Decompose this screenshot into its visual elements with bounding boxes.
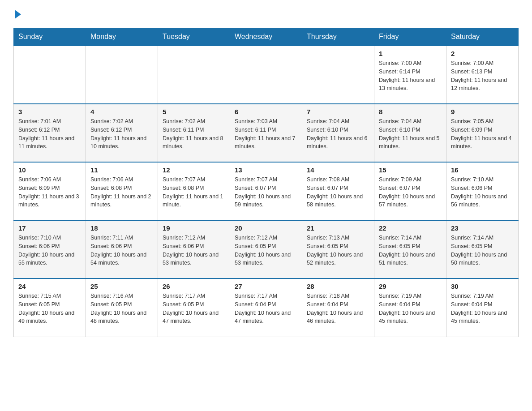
day-number: 12 xyxy=(163,166,225,174)
weekday-header-monday: Monday xyxy=(86,28,158,46)
calendar-week-1: 1Sunrise: 7:00 AMSunset: 6:14 PMDaylight… xyxy=(14,46,519,104)
day-number: 29 xyxy=(379,283,442,290)
calendar-cell xyxy=(302,46,374,104)
calendar-cell xyxy=(86,46,158,104)
calendar-cell: 16Sunrise: 7:10 AMSunset: 6:06 PMDayligh… xyxy=(446,162,519,220)
day-number: 1 xyxy=(379,50,442,57)
day-number: 3 xyxy=(18,108,81,116)
day-info: Sunrise: 7:12 AMSunset: 6:05 PMDaylight:… xyxy=(235,234,297,267)
calendar-cell: 2Sunrise: 7:00 AMSunset: 6:13 PMDaylight… xyxy=(446,46,519,104)
calendar-week-4: 17Sunrise: 7:10 AMSunset: 6:06 PMDayligh… xyxy=(14,220,519,278)
calendar-cell: 29Sunrise: 7:19 AMSunset: 6:04 PMDayligh… xyxy=(374,278,446,337)
logo xyxy=(13,9,21,19)
calendar-cell: 28Sunrise: 7:18 AMSunset: 6:04 PMDayligh… xyxy=(302,278,374,337)
calendar-cell: 30Sunrise: 7:19 AMSunset: 6:04 PMDayligh… xyxy=(446,278,519,337)
calendar-cell: 4Sunrise: 7:02 AMSunset: 6:12 PMDaylight… xyxy=(86,104,158,162)
day-number: 5 xyxy=(163,108,225,116)
calendar-cell: 18Sunrise: 7:11 AMSunset: 6:06 PMDayligh… xyxy=(86,220,158,278)
day-info: Sunrise: 7:17 AMSunset: 6:05 PMDaylight:… xyxy=(163,292,225,325)
calendar-cell: 20Sunrise: 7:12 AMSunset: 6:05 PMDayligh… xyxy=(230,220,302,278)
calendar-cell: 5Sunrise: 7:02 AMSunset: 6:11 PMDaylight… xyxy=(158,104,230,162)
day-info: Sunrise: 7:17 AMSunset: 6:04 PMDaylight:… xyxy=(235,292,297,325)
day-number: 27 xyxy=(235,283,297,290)
day-number: 20 xyxy=(235,224,297,232)
day-info: Sunrise: 7:00 AMSunset: 6:13 PMDaylight:… xyxy=(451,59,514,93)
calendar-cell: 25Sunrise: 7:16 AMSunset: 6:05 PMDayligh… xyxy=(86,278,158,337)
day-number: 6 xyxy=(235,108,297,116)
calendar-cell: 6Sunrise: 7:03 AMSunset: 6:11 PMDaylight… xyxy=(230,104,302,162)
day-info: Sunrise: 7:14 AMSunset: 6:05 PMDaylight:… xyxy=(379,234,442,267)
day-info: Sunrise: 7:09 AMSunset: 6:07 PMDaylight:… xyxy=(379,176,442,209)
day-number: 22 xyxy=(379,224,442,232)
calendar-cell: 23Sunrise: 7:14 AMSunset: 6:05 PMDayligh… xyxy=(446,220,519,278)
day-info: Sunrise: 7:08 AMSunset: 6:07 PMDaylight:… xyxy=(307,176,369,209)
day-info: Sunrise: 7:10 AMSunset: 6:06 PMDaylight:… xyxy=(451,176,514,209)
calendar-cell: 14Sunrise: 7:08 AMSunset: 6:07 PMDayligh… xyxy=(302,162,374,220)
calendar-cell xyxy=(14,46,86,104)
weekday-header-saturday: Saturday xyxy=(446,28,519,46)
day-info: Sunrise: 7:13 AMSunset: 6:05 PMDaylight:… xyxy=(307,234,369,267)
calendar-week-3: 10Sunrise: 7:06 AMSunset: 6:09 PMDayligh… xyxy=(14,162,519,220)
calendar-cell: 15Sunrise: 7:09 AMSunset: 6:07 PMDayligh… xyxy=(374,162,446,220)
weekday-header-thursday: Thursday xyxy=(302,28,374,46)
day-number: 24 xyxy=(18,283,81,290)
day-number: 23 xyxy=(451,224,514,232)
day-number: 18 xyxy=(90,224,153,232)
calendar-table: SundayMondayTuesdayWednesdayThursdayFrid… xyxy=(13,28,519,337)
calendar-week-5: 24Sunrise: 7:15 AMSunset: 6:05 PMDayligh… xyxy=(14,278,519,337)
day-info: Sunrise: 7:00 AMSunset: 6:14 PMDaylight:… xyxy=(379,59,442,93)
calendar-cell: 22Sunrise: 7:14 AMSunset: 6:05 PMDayligh… xyxy=(374,220,446,278)
day-info: Sunrise: 7:04 AMSunset: 6:10 PMDaylight:… xyxy=(379,117,442,151)
calendar-cell: 8Sunrise: 7:04 AMSunset: 6:10 PMDaylight… xyxy=(374,104,446,162)
day-info: Sunrise: 7:06 AMSunset: 6:08 PMDaylight:… xyxy=(90,176,153,209)
day-info: Sunrise: 7:11 AMSunset: 6:06 PMDaylight:… xyxy=(90,234,153,267)
calendar-cell: 9Sunrise: 7:05 AMSunset: 6:09 PMDaylight… xyxy=(446,104,519,162)
day-number: 17 xyxy=(18,224,81,232)
day-number: 30 xyxy=(451,283,514,290)
calendar-cell: 13Sunrise: 7:07 AMSunset: 6:07 PMDayligh… xyxy=(230,162,302,220)
day-number: 11 xyxy=(90,166,153,174)
calendar-cell: 1Sunrise: 7:00 AMSunset: 6:14 PMDaylight… xyxy=(374,46,446,104)
day-info: Sunrise: 7:05 AMSunset: 6:09 PMDaylight:… xyxy=(451,117,514,151)
day-number: 14 xyxy=(307,166,369,174)
weekday-header-tuesday: Tuesday xyxy=(158,28,230,46)
calendar-cell: 21Sunrise: 7:13 AMSunset: 6:05 PMDayligh… xyxy=(302,220,374,278)
day-number: 9 xyxy=(451,108,514,116)
day-info: Sunrise: 7:06 AMSunset: 6:09 PMDaylight:… xyxy=(18,176,81,209)
calendar-cell: 27Sunrise: 7:17 AMSunset: 6:04 PMDayligh… xyxy=(230,278,302,337)
calendar-cell: 3Sunrise: 7:01 AMSunset: 6:12 PMDaylight… xyxy=(14,104,86,162)
page-header xyxy=(13,9,519,19)
day-info: Sunrise: 7:07 AMSunset: 6:08 PMDaylight:… xyxy=(163,176,225,209)
day-number: 13 xyxy=(235,166,297,174)
day-number: 4 xyxy=(90,108,153,116)
calendar-cell: 12Sunrise: 7:07 AMSunset: 6:08 PMDayligh… xyxy=(158,162,230,220)
calendar-cell xyxy=(230,46,302,104)
day-info: Sunrise: 7:01 AMSunset: 6:12 PMDaylight:… xyxy=(18,117,81,151)
calendar-cell: 26Sunrise: 7:17 AMSunset: 6:05 PMDayligh… xyxy=(158,278,230,337)
day-info: Sunrise: 7:19 AMSunset: 6:04 PMDaylight:… xyxy=(451,292,514,325)
day-number: 15 xyxy=(379,166,442,174)
day-info: Sunrise: 7:16 AMSunset: 6:05 PMDaylight:… xyxy=(90,292,153,325)
calendar-cell: 17Sunrise: 7:10 AMSunset: 6:06 PMDayligh… xyxy=(14,220,86,278)
day-info: Sunrise: 7:12 AMSunset: 6:06 PMDaylight:… xyxy=(163,234,225,267)
day-number: 7 xyxy=(307,108,369,116)
calendar-cell: 19Sunrise: 7:12 AMSunset: 6:06 PMDayligh… xyxy=(158,220,230,278)
day-number: 2 xyxy=(451,50,514,57)
calendar-cell xyxy=(158,46,230,104)
day-info: Sunrise: 7:14 AMSunset: 6:05 PMDaylight:… xyxy=(451,234,514,267)
day-number: 28 xyxy=(307,283,369,290)
day-number: 21 xyxy=(307,224,369,232)
day-number: 19 xyxy=(163,224,225,232)
calendar-cell: 7Sunrise: 7:04 AMSunset: 6:10 PMDaylight… xyxy=(302,104,374,162)
calendar-week-2: 3Sunrise: 7:01 AMSunset: 6:12 PMDaylight… xyxy=(14,104,519,162)
day-number: 16 xyxy=(451,166,514,174)
calendar-cell: 11Sunrise: 7:06 AMSunset: 6:08 PMDayligh… xyxy=(86,162,158,220)
day-info: Sunrise: 7:19 AMSunset: 6:04 PMDaylight:… xyxy=(379,292,442,325)
day-info: Sunrise: 7:10 AMSunset: 6:06 PMDaylight:… xyxy=(18,234,81,267)
day-number: 8 xyxy=(379,108,442,116)
weekday-header-friday: Friday xyxy=(374,28,446,46)
day-number: 26 xyxy=(163,283,225,290)
day-info: Sunrise: 7:07 AMSunset: 6:07 PMDaylight:… xyxy=(235,176,297,209)
weekday-header-row: SundayMondayTuesdayWednesdayThursdayFrid… xyxy=(14,28,519,46)
day-info: Sunrise: 7:04 AMSunset: 6:10 PMDaylight:… xyxy=(307,117,369,151)
